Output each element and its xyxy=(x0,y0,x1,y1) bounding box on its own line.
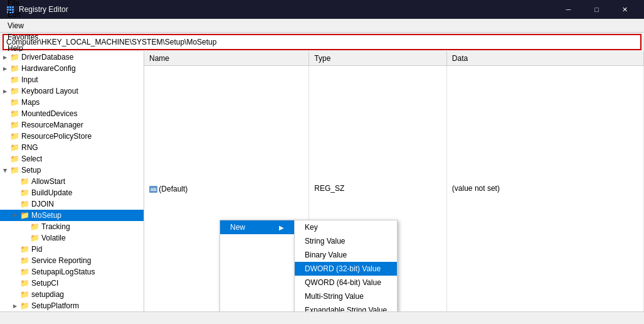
tree-label-Setup: Setup xyxy=(21,166,41,175)
tree-arrow-Setup: ▶ xyxy=(3,165,8,175)
window-title: Registry Editor xyxy=(19,5,554,14)
folder-icon-SetupCI: 📁 xyxy=(20,279,30,288)
tree-label-Tracking: Tracking xyxy=(41,222,70,231)
tree-label-BuildUpdate: BuildUpdate xyxy=(31,188,72,197)
tree-node-Tracking[interactable]: 📁Tracking xyxy=(0,221,144,232)
menu-item-file[interactable]: File xyxy=(3,0,43,9)
folder-icon-Input: 📁 xyxy=(10,75,20,84)
tree-label-Select: Select xyxy=(21,154,42,163)
folder-icon-ResourceManager: 📁 xyxy=(10,121,20,129)
folder-icon-MountedDevices: 📁 xyxy=(10,109,20,118)
tree-label-SetupapiLogStatus: SetupapiLogStatus xyxy=(31,267,95,276)
tree-node-SetupapiLogStatus[interactable]: 📁SetupapiLogStatus xyxy=(0,266,144,278)
tree-node-Pid[interactable]: 📁Pid xyxy=(0,244,144,255)
table-header-data: Data xyxy=(446,51,643,65)
tree-node-ResourceManager[interactable]: 📁ResourceManager xyxy=(0,119,144,131)
table-header-type: Type xyxy=(309,51,447,65)
tree-node-SetupCI[interactable]: 📁SetupCI xyxy=(0,278,144,289)
minimize-button[interactable]: ─ xyxy=(554,0,583,19)
tree-node-ResourcePolicyStore[interactable]: 📁ResourcePolicyStore xyxy=(0,131,144,142)
table-cell-data: (value not set) xyxy=(446,65,643,311)
context-menu: New ▶ xyxy=(219,220,295,311)
folder-icon-Volatile: 📁 xyxy=(30,234,40,242)
tree-label-ResourceManager: ResourceManager xyxy=(21,121,83,129)
tree-label-Volatile: Volatile xyxy=(41,234,66,242)
sub-menu-item-key[interactable]: Key xyxy=(295,220,397,234)
folder-icon-SetupapiLogStatus: 📁 xyxy=(20,267,30,276)
folder-icon-DriverDatabase: 📁 xyxy=(10,53,20,62)
tree-node-Maps[interactable]: 📁Maps xyxy=(0,97,144,108)
folder-icon-Pid: 📁 xyxy=(20,245,30,254)
tree-node-DriverDatabase[interactable]: ▶📁DriverDatabase xyxy=(0,51,144,63)
address-bar xyxy=(3,34,641,50)
sub-menu-item-multi-string-value[interactable]: Multi-String Value xyxy=(295,289,397,303)
tree-label-ServiceReporting: Service Reporting xyxy=(31,256,91,265)
tree-label-RNG: RNG xyxy=(21,143,38,152)
folder-icon-ServiceReporting: 📁 xyxy=(20,256,30,265)
folder-icon-DJOIN: 📁 xyxy=(20,200,30,208)
tree-arrow-SetupPlatform: ▶ xyxy=(10,303,20,309)
status-bar xyxy=(0,311,644,324)
folder-icon-Tracking: 📁 xyxy=(30,222,40,231)
tree-node-AllowStart[interactable]: 📁AllowStart xyxy=(0,176,144,187)
folder-icon-ResourcePolicyStore: 📁 xyxy=(10,132,20,141)
table-header-name: Name xyxy=(144,51,309,65)
tree-label-Input: Input xyxy=(21,75,38,84)
tree-label-SetupCI: SetupCI xyxy=(31,279,58,288)
tree-node-KeyboardLayout[interactable]: ▶📁Keyboard Layout xyxy=(0,85,144,97)
folder-icon-Maps: 📁 xyxy=(10,98,20,107)
folder-icon-Select: 📁 xyxy=(10,154,20,163)
tree-node-SetupPlatform[interactable]: ▶📁SetupPlatform xyxy=(0,300,144,311)
tree-panel: ▶📁DriverDatabase▶📁HardwareConfig📁Input▶📁… xyxy=(0,51,144,311)
sub-menu: KeyString ValueBinary ValueDWORD (32-bit… xyxy=(294,220,398,311)
sub-menu-item-qword-64-bit-value[interactable]: QWORD (64-bit) Value xyxy=(295,276,397,289)
tree-arrow-MoSetup: ▶ xyxy=(13,210,18,220)
tree-node-MoSetup[interactable]: ▶📁MoSetup xyxy=(0,210,144,221)
context-menu-new[interactable]: New ▶ xyxy=(220,220,294,234)
title-bar: Registry Editor ─ □ ✕ xyxy=(0,0,644,19)
folder-icon-MoSetup: 📁 xyxy=(20,211,30,220)
tree-label-AllowStart: AllowStart xyxy=(31,177,65,186)
tree-label-Pid: Pid xyxy=(31,245,42,254)
main-content: ▶📁DriverDatabase▶📁HardwareConfig📁Input▶📁… xyxy=(0,51,644,311)
tree-node-Volatile[interactable]: 📁Volatile xyxy=(0,232,144,244)
tree-node-BuildUpdate[interactable]: 📁BuildUpdate xyxy=(0,187,144,198)
tree-node-setupdiag[interactable]: 📁setupdiag xyxy=(0,289,144,300)
tree-node-Setup[interactable]: ▶📁Setup xyxy=(0,165,144,176)
menu-item-view[interactable]: View xyxy=(3,20,43,31)
tree-label-MountedDevices: MountedDevices xyxy=(21,109,77,118)
tree-arrow-KeyboardLayout: ▶ xyxy=(0,89,10,94)
sub-menu-item-binary-value[interactable]: Binary Value xyxy=(295,248,397,262)
tree-node-DJOIN[interactable]: 📁DJOIN xyxy=(0,198,144,210)
tree-node-MountedDevices[interactable]: 📁MountedDevices xyxy=(0,108,144,119)
folder-icon-setupdiag: 📁 xyxy=(20,290,30,299)
sub-menu-item-string-value[interactable]: String Value xyxy=(295,234,397,248)
sub-menu-item-dword-32-bit-value[interactable]: DWORD (32-bit) Value xyxy=(295,262,397,276)
folder-icon-RNG: 📁 xyxy=(10,143,20,152)
tree-label-HardwareConfig: HardwareConfig xyxy=(21,64,76,73)
folder-icon-AllowStart: 📁 xyxy=(20,177,30,186)
tree-arrow-DriverDatabase: ▶ xyxy=(0,55,10,60)
folder-icon-KeyboardLayout: 📁 xyxy=(10,87,20,95)
address-input[interactable] xyxy=(6,38,638,46)
window-controls: ─ □ ✕ xyxy=(554,0,639,19)
tree-label-DriverDatabase: DriverDatabase xyxy=(21,53,73,62)
tree-label-ResourcePolicyStore: ResourcePolicyStore xyxy=(21,132,92,141)
tree-node-ServiceReporting[interactable]: 📁Service Reporting xyxy=(0,255,144,266)
context-menu-container: New ▶ KeyString ValueBinary ValueDWORD (… xyxy=(219,220,398,311)
tree-label-SetupPlatform: SetupPlatform xyxy=(31,301,79,310)
tree-label-DJOIN: DJOIN xyxy=(31,200,54,208)
folder-icon-BuildUpdate: 📁 xyxy=(20,188,30,197)
menu-bar: FileEditViewFavoritesHelp xyxy=(0,19,644,33)
menu-item-edit[interactable]: Edit xyxy=(3,9,43,20)
tree-node-Input[interactable]: 📁Input xyxy=(0,74,144,85)
close-button[interactable]: ✕ xyxy=(611,0,639,19)
tree-node-HardwareConfig[interactable]: ▶📁HardwareConfig xyxy=(0,63,144,74)
tree-label-MoSetup: MoSetup xyxy=(31,211,61,220)
folder-icon-SetupPlatform: 📁 xyxy=(20,301,30,310)
sub-menu-item-expandable-string-value[interactable]: Expandable String Value xyxy=(295,303,397,311)
tree-arrow-HardwareConfig: ▶ xyxy=(0,66,10,72)
tree-node-Select[interactable]: 📁Select xyxy=(0,153,144,165)
maximize-button[interactable]: □ xyxy=(583,0,611,19)
tree-node-RNG[interactable]: 📁RNG xyxy=(0,142,144,153)
